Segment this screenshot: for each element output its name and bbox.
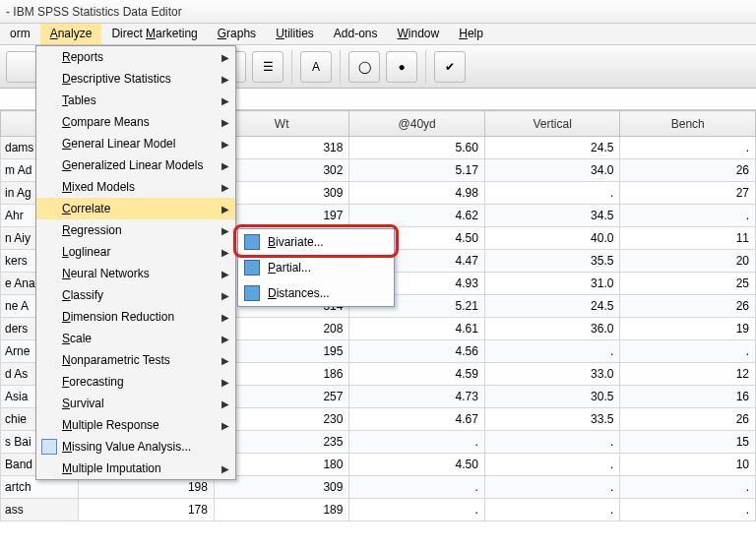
menu-window[interactable]: Window <box>388 24 450 44</box>
data-cell[interactable]: 4.73 <box>349 386 485 408</box>
data-cell[interactable]: 24.5 <box>484 137 620 159</box>
data-cell[interactable]: 34.5 <box>484 205 620 227</box>
analyze-menu-mixed-models[interactable]: Mixed Models▶ <box>36 176 235 198</box>
analyze-menu-classify[interactable]: Classify▶ <box>36 284 235 306</box>
toolbar-btn-circle-icon[interactable]: ● <box>386 51 417 83</box>
analyze-menu-forecasting[interactable]: Forecasting▶ <box>36 371 235 393</box>
data-cell[interactable]: . <box>484 182 620 205</box>
menu-item-label: Multiple Response <box>62 418 159 432</box>
analyze-menu-neural-networks[interactable]: Neural Networks▶ <box>36 263 235 284</box>
analyze-menu-compare-means[interactable]: Compare Means▶ <box>36 111 235 133</box>
data-cell[interactable]: 11 <box>620 227 756 250</box>
data-cell[interactable]: 189 <box>214 499 349 521</box>
analyze-menu-survival[interactable]: Survival▶ <box>36 393 235 414</box>
analyze-menu-general-linear-model[interactable]: General Linear Model▶ <box>36 133 235 154</box>
analyze-menu-loglinear[interactable]: Loglinear▶ <box>36 241 235 263</box>
analyze-menu-generalized-linear-models[interactable]: Generalized Linear Models▶ <box>36 154 235 176</box>
menu-orm[interactable]: orm <box>0 24 40 44</box>
menu-item-label: Multiple Imputation <box>62 461 161 475</box>
analyze-menu-correlate[interactable]: Correlate▶ <box>36 198 235 219</box>
toolbar-btn-circles-icon[interactable]: ◯ <box>348 51 380 83</box>
submenu-arrow-icon: ▶ <box>221 290 229 301</box>
data-cell[interactable]: 4.61 <box>349 318 485 340</box>
data-cell[interactable]: . <box>484 431 620 454</box>
correlate-submenu-distances-[interactable]: Distances... <box>238 280 394 306</box>
data-cell[interactable]: 4.62 <box>349 205 485 227</box>
toolbar-btn-1[interactable] <box>6 51 37 83</box>
analyze-menu-tables[interactable]: Tables▶ <box>36 90 235 111</box>
menu-utilities[interactable]: Utilities <box>266 24 324 44</box>
data-cell[interactable]: 26 <box>620 159 756 182</box>
toolbar-divider <box>340 50 341 84</box>
data-cell[interactable]: . <box>620 340 756 363</box>
data-cell[interactable]: . <box>484 499 620 521</box>
data-cell[interactable]: 33.0 <box>484 363 620 386</box>
data-cell[interactable]: 36.0 <box>484 318 620 340</box>
data-cell[interactable]: 27 <box>620 182 756 205</box>
data-cell[interactable]: . <box>620 205 756 227</box>
analyze-menu-nonparametric-tests[interactable]: Nonparametric Tests▶ <box>36 349 235 371</box>
submenu-arrow-icon: ▶ <box>221 139 229 150</box>
data-cell[interactable]: . <box>484 476 620 499</box>
data-cell[interactable]: 15 <box>620 431 756 454</box>
column-header[interactable]: @40yd <box>349 111 485 137</box>
data-cell[interactable]: . <box>349 476 485 499</box>
column-header[interactable]: Bench <box>620 111 756 137</box>
menu-direct-marketing[interactable]: Direct Marketing <box>101 24 207 44</box>
analyze-menu-reports[interactable]: Reports▶ <box>36 46 235 68</box>
correlate-submenu-bivariate-[interactable]: Bivariate... <box>238 229 394 255</box>
analyze-menu-descriptive-statistics[interactable]: Descriptive Statistics▶ <box>36 68 235 90</box>
menu-graphs[interactable]: Graphs <box>208 24 266 44</box>
data-cell[interactable]: 16 <box>620 386 756 408</box>
menu-help[interactable]: Help <box>449 24 493 44</box>
submenu-arrow-icon: ▶ <box>221 52 229 63</box>
analyze-menu-regression[interactable]: Regression▶ <box>36 219 235 241</box>
menu-item-label: Regression <box>62 223 122 237</box>
submenu-arrow-icon: ▶ <box>221 377 229 388</box>
row-header[interactable]: ass <box>1 499 79 521</box>
data-cell[interactable]: 34.0 <box>484 159 620 182</box>
toolbar-btn-label-icon[interactable]: A <box>300 51 332 83</box>
correlate-submenu-partial-[interactable]: Partial... <box>238 255 394 280</box>
analyze-menu-scale[interactable]: Scale▶ <box>36 328 235 349</box>
data-cell[interactable]: 24.5 <box>484 295 620 318</box>
analyze-menu-multiple-imputation[interactable]: Multiple Imputation▶ <box>36 458 235 479</box>
data-cell[interactable]: 5.17 <box>349 159 485 182</box>
data-cell[interactable]: 10 <box>620 454 756 476</box>
analyze-menu-missing-value-analysis-[interactable]: Missing Value Analysis... <box>36 436 235 458</box>
data-cell[interactable]: . <box>484 340 620 363</box>
data-cell[interactable]: 26 <box>620 295 756 318</box>
data-cell[interactable]: 4.67 <box>349 408 485 431</box>
data-cell[interactable]: . <box>349 499 485 521</box>
data-cell[interactable]: 30.5 <box>484 386 620 408</box>
data-cell[interactable]: 20 <box>620 250 756 273</box>
data-cell[interactable]: 178 <box>79 499 215 521</box>
data-cell[interactable]: 31.0 <box>484 273 620 295</box>
toolbar-btn-spellcheck-icon[interactable]: ✔ <box>434 51 466 83</box>
menu-analyze[interactable]: Analyze <box>40 24 102 44</box>
data-cell[interactable]: 26 <box>620 408 756 431</box>
data-cell[interactable]: . <box>620 499 756 521</box>
data-cell[interactable]: 33.5 <box>484 408 620 431</box>
data-cell[interactable]: . <box>349 431 485 454</box>
data-cell[interactable]: 4.50 <box>349 454 485 476</box>
menu-item-label: Survival <box>62 397 104 410</box>
menu-bar: ormAnalyzeDirect MarketingGraphsUtilitie… <box>0 24 756 45</box>
data-cell[interactable]: 19 <box>620 318 756 340</box>
data-cell[interactable]: 4.56 <box>349 340 485 363</box>
data-cell[interactable]: 4.59 <box>349 363 485 386</box>
analyze-menu-multiple-response[interactable]: Multiple Response▶ <box>36 414 235 436</box>
data-cell[interactable]: 4.98 <box>349 182 485 205</box>
data-cell[interactable]: . <box>620 476 756 499</box>
data-cell[interactable]: 12 <box>620 363 756 386</box>
data-cell[interactable]: 25 <box>620 273 756 295</box>
data-cell[interactable]: 5.60 <box>349 137 485 159</box>
column-header[interactable]: Vertical <box>484 111 620 137</box>
analyze-menu-dimension-reduction[interactable]: Dimension Reduction▶ <box>36 306 235 328</box>
menu-add-ons[interactable]: Add-ons <box>324 24 388 44</box>
toolbar-btn-list-icon[interactable]: ☰ <box>252 51 284 83</box>
data-cell[interactable]: 40.0 <box>484 227 620 250</box>
data-cell[interactable]: . <box>484 454 620 476</box>
data-cell[interactable]: . <box>620 137 756 159</box>
data-cell[interactable]: 35.5 <box>484 250 620 273</box>
